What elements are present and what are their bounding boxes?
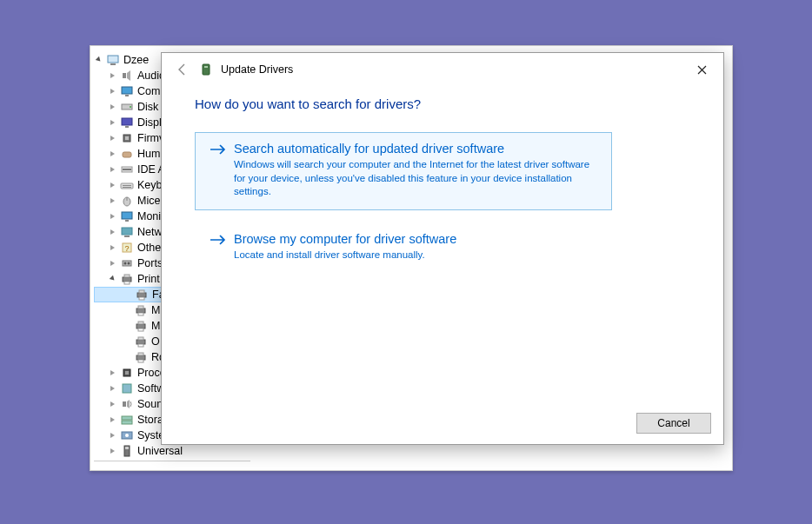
tree-item-label: Ports <box>137 255 163 271</box>
svg-rect-1 <box>110 63 116 65</box>
chevron-right-icon[interactable] <box>108 430 118 441</box>
mouse-icon <box>120 194 134 208</box>
svg-rect-19 <box>122 212 132 219</box>
usb-icon <box>120 444 134 458</box>
svg-rect-36 <box>138 313 143 315</box>
chevron-down-icon[interactable] <box>108 274 118 284</box>
chevron-right-icon[interactable] <box>108 102 118 112</box>
chevron-right-icon[interactable] <box>108 383 118 394</box>
dialog-title: Update Drivers <box>221 63 293 76</box>
chip-icon <box>120 131 134 145</box>
computer-icon <box>106 53 120 67</box>
svg-point-6 <box>130 106 131 108</box>
tree-item-label: O <box>151 334 160 349</box>
svg-rect-35 <box>138 306 143 308</box>
svg-rect-13 <box>123 169 131 170</box>
network-icon <box>120 225 134 239</box>
svg-text:?: ? <box>124 244 129 253</box>
tree-item-label: Netw <box>137 224 162 240</box>
chevron-right-icon[interactable] <box>108 399 118 409</box>
svg-rect-2 <box>123 73 126 78</box>
svg-rect-29 <box>124 275 130 277</box>
chevron-right-icon[interactable] <box>108 164 118 175</box>
disk-icon <box>120 100 134 114</box>
tree-item-label: Print <box>137 271 160 287</box>
tree-item[interactable]: Universal <box>94 443 250 459</box>
speaker-icon <box>120 69 134 83</box>
chevron-right-icon[interactable] <box>108 258 118 269</box>
tree-spacer <box>123 289 133 300</box>
svg-rect-22 <box>124 235 130 237</box>
svg-rect-0 <box>108 56 118 63</box>
cpu-icon <box>120 366 134 380</box>
svg-rect-10 <box>125 136 129 140</box>
svg-rect-34 <box>136 308 145 313</box>
svg-rect-32 <box>139 290 144 293</box>
printer-icon <box>135 288 149 302</box>
chevron-right-icon[interactable] <box>108 70 118 81</box>
svg-rect-48 <box>123 384 131 393</box>
svg-rect-31 <box>137 293 146 297</box>
tree-spacer <box>122 321 132 331</box>
svg-rect-39 <box>138 328 143 331</box>
tree-root-label: Dzee <box>123 52 149 68</box>
arrow-right-icon <box>210 232 229 249</box>
dialog-heading: How do you want to search for drivers? <box>195 96 690 111</box>
option-browse-computer[interactable]: Browse my computer for driver software L… <box>195 222 612 274</box>
printer-icon <box>134 350 148 364</box>
chevron-right-icon[interactable] <box>108 415 118 425</box>
sound-icon <box>120 397 134 411</box>
chevron-right-icon[interactable] <box>108 227 118 237</box>
option-title: Browse my computer for driver software <box>234 232 597 246</box>
option-description: Windows will search your computer and th… <box>234 158 597 199</box>
arrow-right-icon <box>210 142 229 159</box>
printer-icon <box>134 335 148 348</box>
svg-rect-43 <box>136 355 145 360</box>
back-button[interactable] <box>172 60 191 79</box>
software-icon <box>120 381 134 395</box>
chevron-right-icon[interactable] <box>108 117 118 128</box>
printer-icon <box>120 272 134 286</box>
svg-rect-41 <box>138 337 143 340</box>
svg-rect-30 <box>124 282 130 284</box>
chevron-right-icon[interactable] <box>108 86 118 96</box>
svg-rect-51 <box>122 421 132 424</box>
svg-rect-42 <box>138 344 143 347</box>
tree-item-label: M <box>151 318 160 334</box>
svg-rect-7 <box>122 118 132 125</box>
other-icon: ? <box>120 241 134 255</box>
svg-rect-15 <box>123 185 131 186</box>
keyboard-icon <box>120 178 134 192</box>
option-search-automatically[interactable]: Search automatically for updated driver … <box>195 132 612 210</box>
svg-rect-33 <box>139 297 144 300</box>
chevron-right-icon[interactable] <box>108 446 118 456</box>
svg-rect-11 <box>123 152 131 157</box>
tree-item-label: Mice <box>137 193 160 209</box>
close-button[interactable] <box>687 58 716 81</box>
svg-rect-21 <box>122 228 132 235</box>
svg-rect-44 <box>138 353 143 355</box>
port-icon <box>120 256 134 270</box>
chevron-right-icon[interactable] <box>108 242 118 253</box>
tree-item-label: M <box>151 302 160 318</box>
svg-rect-28 <box>123 277 131 282</box>
system-icon <box>120 428 134 442</box>
svg-rect-55 <box>125 447 129 449</box>
svg-rect-56 <box>203 64 210 75</box>
chevron-right-icon[interactable] <box>108 368 118 378</box>
update-drivers-dialog: Update Drivers How do you want to search… <box>161 52 724 445</box>
chevron-right-icon[interactable] <box>108 149 118 159</box>
chevron-right-icon[interactable] <box>108 211 118 222</box>
chevron-down-icon[interactable] <box>94 55 104 65</box>
storage-icon <box>120 413 134 427</box>
tree-divider <box>94 461 250 468</box>
chevron-right-icon[interactable] <box>108 180 118 190</box>
driver-icon <box>198 62 214 77</box>
chevron-right-icon[interactable] <box>108 196 118 206</box>
chevron-right-icon[interactable] <box>108 133 118 143</box>
monitor-icon <box>120 209 134 223</box>
option-title: Search automatically for updated driver … <box>234 142 597 156</box>
hid-icon <box>120 147 134 161</box>
cancel-button[interactable]: Cancel <box>636 413 711 434</box>
svg-rect-37 <box>136 324 145 328</box>
